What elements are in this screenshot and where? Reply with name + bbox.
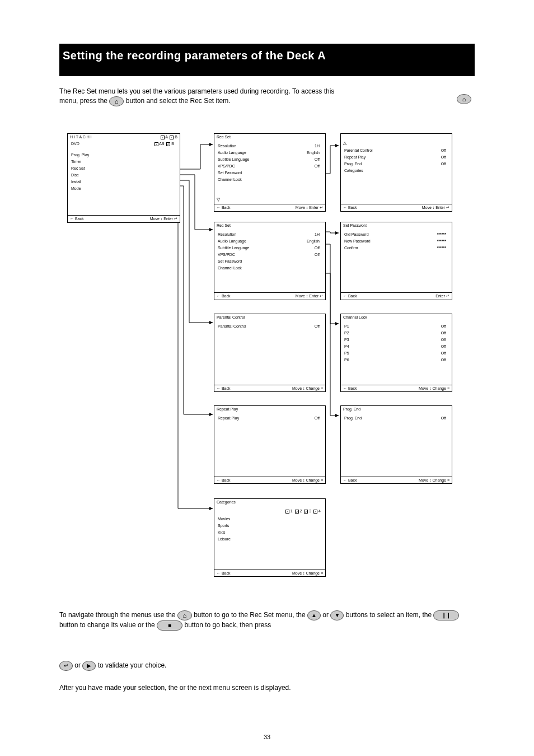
screen-title: Categories [214,499,325,505]
list-item[interactable]: VPS/PDCOff [218,164,322,168]
scroll-up-icon: △ [343,141,346,146]
list-item[interactable]: Set Password [218,259,322,263]
screen-footer: ← Back Move ↕ Enter ↵ [214,204,325,211]
screen-title: Prog. End [341,406,452,412]
list-item[interactable]: Leisure [218,537,322,541]
list-item[interactable]: Confirm****** [344,246,448,250]
screen-footer: ← Back Move ↕ Change ≡ [341,477,452,483]
list-item[interactable]: Channel Lock [218,266,322,270]
page-number: 33 [0,734,534,740]
menu-item[interactable]: Install [71,180,176,184]
screen-footer: ← Back Move ↕ Change ≡ [214,477,325,483]
scroll-down-icon: ▽ [217,197,220,202]
list-item[interactable]: P3Off [344,338,448,342]
screen-categories: Categories ✓ 1 ✓ 2 ✓ 3 ✓ 4 Movies Sports… [214,498,326,577]
screen-footer: ← Back Move ↕ Enter ↵ [68,215,180,222]
intro-text-after: button and select the Rec Set item. [126,97,231,105]
list-item[interactable]: P2Off [344,331,448,335]
intro-line-2: menu, press the ⌂ button and select the … [59,96,440,106]
list-item[interactable]: Parental ControlOff [218,324,322,328]
screen-title: Repeat Play [214,406,325,412]
page: Setting the recording parameters of the … [0,0,534,756]
list-item[interactable]: Repeat PlayOff [218,416,322,420]
enter-button-icon: ↵ [59,661,73,671]
screen-footer: ← Back Move ↕ Enter ↵ [214,292,325,300]
menu-icon: ⌂ [457,94,471,104]
screen-repeat: Repeat Play Repeat PlayOff ← Back Move ↕… [214,405,326,484]
screen-main-menu: H I T A C H I ✓ A ✓ B DVD ✓ AB ✓ B Prog.… [67,133,180,223]
screen-title: Rec Set [214,134,325,140]
menu-icon: ⌂ [109,96,124,106]
list-item[interactable]: Set Password [218,171,322,175]
screen-set-password: Set Password Old Password****** New Pass… [340,222,452,300]
menu-item[interactable]: Prog. Play [71,153,176,157]
pause-button-icon: ❙❙ [433,610,459,620]
list-item[interactable]: Old Password****** [344,232,448,236]
list-item[interactable]: Audio LanguageEnglish [218,151,322,155]
stop-button-icon: ■ [157,620,182,631]
list-item[interactable]: Subtitle LanguageOff [218,157,322,161]
screen-header: H I T A C H I ✓ A ✓ B [68,134,180,141]
list-item[interactable]: Prog. EndOff [344,416,448,420]
screen-title: Channel Lock [341,314,452,320]
list-item[interactable]: Parental ControlOff [344,148,448,152]
list-item[interactable]: Subtitle LanguageOff [218,246,322,250]
screen-recset-lower: △ Parental ControlOff Repeat PlayOff Pro… [340,133,452,212]
screen-prog-end: Prog. End Prog. EndOff ← Back Move ↕ Cha… [340,405,452,484]
screen-header-row2: DVD ✓ AB ✓ B [71,142,176,146]
list-item[interactable]: Prog. EndOff [344,162,448,166]
after-para: After you have made your selection, the … [59,683,474,692]
list-item[interactable]: Movies [218,517,322,521]
screen-footer: ← Back Move ↕ Change ≡ [214,385,325,391]
categories-header: ✓ 1 ✓ 2 ✓ 3 ✓ 4 [285,509,321,514]
intro-text-before: menu, press the [59,97,109,105]
screen-footer: ← Back Move ↕ Enter ↵ [341,204,452,211]
list-item[interactable]: Audio LanguageEnglish [218,239,322,243]
screen-footer: ← Back Move ↕ Change ≡ [214,570,325,576]
header-brand: H I T A C H I [70,135,92,139]
list-item[interactable]: VPS/PDCOff [218,253,322,256]
list-item[interactable]: Categories [344,169,448,172]
screen-channel-lock: Channel Lock P1Off P2Off P3Off P4Off P5O… [340,314,452,392]
screen-recset-detail: Rec Set Resolution1H Audio LanguageEngli… [214,222,326,300]
list-item[interactable]: P4Off [344,344,448,348]
menu-item[interactable]: Rec Set [71,166,176,170]
menu-item[interactable]: Mode [71,186,176,190]
banner-title: Setting the recording parameters of the … [63,49,471,62]
play-button-icon: ▶ [82,661,96,671]
list-item[interactable]: Repeat PlayOff [344,155,448,159]
nav-paragraph-1: To navigate through the menus use the ⌂ … [59,610,474,631]
screen-title: Set Password [341,222,452,228]
list-item[interactable]: P1Off [344,324,448,328]
up-button-icon: ▲ [307,610,321,620]
section-banner: Setting the recording parameters of the … [59,44,475,76]
list-item[interactable]: Resolution1H [218,144,322,148]
screen-parental: Parental Control Parental ControlOff ← B… [214,314,326,392]
screen-title: Parental Control [214,314,325,320]
list-item[interactable]: Kids [218,530,322,534]
list-item[interactable]: P6Off [344,358,448,362]
screen-footer: ← Back Move ↕ Change ≡ [341,385,452,391]
list-item[interactable]: New Password****** [344,239,448,243]
intro-line-1: The Rec Set menu lets you set the variou… [59,87,440,95]
menu-icon: ⌂ [177,610,192,620]
down-button-icon: ▼ [330,610,344,620]
screen-footer: ← Back Enter ↵ [341,292,452,300]
screen-title: Rec Set [214,222,325,228]
menu-item[interactable]: Timer [71,160,176,164]
deck-b-indicator: ✓ [170,136,174,139]
list-item[interactable]: P5Off [344,351,448,355]
nav-paragraph-2: ↵ or ▶ to validate your choice. [59,661,474,671]
list-item[interactable]: Channel Lock [218,178,322,181]
deck-a-indicator: ✓ [161,136,165,139]
menu-item[interactable]: Disc [71,173,176,177]
screen-recset-upper: Rec Set Resolution1H Audio LanguageEngli… [214,133,326,212]
list-item[interactable]: Resolution1H [218,232,322,236]
list-item[interactable]: Sports [218,524,322,528]
